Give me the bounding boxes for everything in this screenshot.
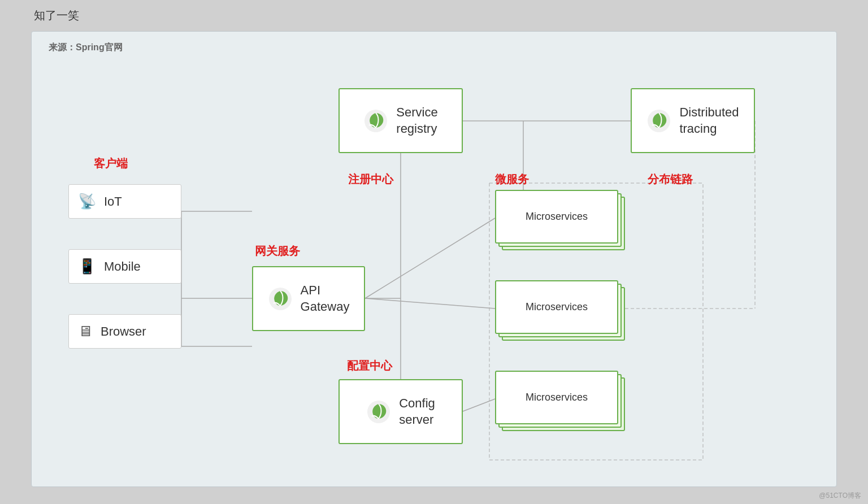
source-label: 来源：Spring官网 — [49, 42, 123, 54]
iot-label: IoT — [104, 194, 122, 209]
client-iot-box: 📡 IoT — [68, 184, 181, 219]
spring-leaf-registry — [363, 108, 388, 133]
spring-leaf-gateway — [268, 286, 293, 311]
svg-line-4 — [365, 218, 495, 298]
spring-leaf-tracing — [646, 108, 671, 133]
microservices-section-label: 微服务 — [495, 172, 529, 187]
gateway-text: APIGateway — [301, 283, 350, 315]
client-section-label: 客户端 — [94, 156, 128, 171]
registry-section-label: 注册中心 — [348, 172, 393, 187]
config-text: Configserver — [399, 396, 435, 428]
api-gateway-box: APIGateway — [252, 266, 365, 331]
tracing-section-label: 分布链路 — [648, 172, 693, 187]
page-title: 知了一笑 — [34, 8, 79, 23]
service-registry-box: Serviceregistry — [338, 88, 463, 153]
gateway-section-label: 网关服务 — [255, 244, 300, 259]
micro-card-3a: Microservices — [495, 371, 618, 424]
spring-leaf-config — [366, 399, 391, 424]
watermark: @51CTO博客 — [819, 491, 861, 501]
browser-icon: 🖥 — [78, 323, 93, 340]
main-container: 来源：Spring官网 客户端 — [31, 31, 837, 487]
svg-line-5 — [365, 298, 495, 309]
config-section-label: 配置中心 — [347, 358, 392, 373]
config-server-box: Configserver — [338, 379, 463, 444]
tracing-text: Distributedtracing — [679, 105, 739, 137]
svg-line-14 — [463, 399, 495, 411]
mobile-label: Mobile — [104, 259, 141, 274]
browser-label: Browser — [101, 324, 146, 339]
distributed-tracing-box: Distributedtracing — [631, 88, 755, 153]
client-mobile-box: 📱 Mobile — [68, 249, 181, 284]
micro-card-1a: Microservices — [495, 190, 618, 244]
registry-text: Serviceregistry — [396, 105, 437, 137]
iot-icon: 📡 — [78, 193, 96, 210]
mobile-icon: 📱 — [78, 258, 96, 275]
micro-card-2a: Microservices — [495, 280, 618, 334]
client-browser-box: 🖥 Browser — [68, 314, 181, 349]
